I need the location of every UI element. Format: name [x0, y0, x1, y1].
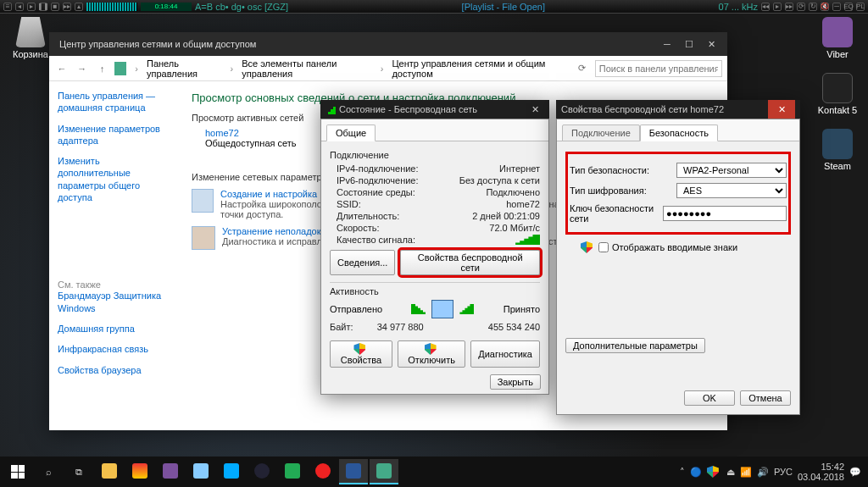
- show-characters-label: Отображать вводимые знаки: [612, 242, 737, 252]
- taskbar-app-controlpanel[interactable]: [370, 459, 398, 484]
- tab-general[interactable]: Общие: [326, 125, 376, 141]
- search-input[interactable]: [595, 60, 722, 77]
- player-next-icon[interactable]: ▸▸: [63, 3, 71, 11]
- sidebar-sharing-link[interactable]: Изменить дополнительные параметры общего…: [58, 155, 168, 203]
- player-btn-c[interactable]: ▸▸: [785, 3, 793, 11]
- viber-icon[interactable]: Viber: [812, 17, 863, 59]
- refresh-button[interactable]: ⟳: [575, 60, 590, 77]
- address-bar: ← → ↑ › Панель управления › Все элементы…: [49, 56, 727, 81]
- wifi-properties-title: Свойства беспроводной сети home72: [561, 104, 724, 114]
- security-type-select[interactable]: WPA2-Personal: [676, 163, 787, 178]
- back-button[interactable]: ←: [54, 60, 70, 77]
- wifi-status-title: Состояние - Беспроводная сеть: [339, 104, 477, 114]
- breadcrumb-icon[interactable]: [114, 62, 126, 75]
- player-btn-a[interactable]: ◂◂: [761, 3, 770, 11]
- tray-language[interactable]: РУС: [774, 467, 793, 477]
- duration-label: Длительность:: [337, 211, 399, 221]
- details-button[interactable]: Сведения...: [330, 250, 395, 275]
- cancel-button[interactable]: Отмена: [740, 390, 791, 406]
- tray-usb-icon[interactable]: ⏏: [726, 467, 735, 478]
- taskbar-app-opera[interactable]: [309, 459, 337, 484]
- taskbar-app-edge[interactable]: [217, 459, 246, 484]
- ssid-label: SSID:: [337, 199, 361, 209]
- player-play-icon[interactable]: ▸: [27, 3, 36, 11]
- forward-button[interactable]: →: [75, 60, 90, 77]
- sidebar-ir-link[interactable]: Инфракрасная связь: [58, 343, 168, 355]
- player-mute-icon[interactable]: 🔇: [821, 3, 829, 11]
- search-taskbar-button[interactable]: ⌕: [34, 459, 63, 484]
- windows-logo-icon: [11, 465, 25, 479]
- taskbar-app-green[interactable]: [278, 459, 307, 484]
- tray-volume-icon[interactable]: 🔊: [757, 467, 769, 478]
- disable-button[interactable]: Отключить: [398, 340, 465, 368]
- player-pause-icon[interactable]: ❚❚: [39, 3, 47, 11]
- tray-notifications-icon[interactable]: 💬: [849, 467, 861, 478]
- player-vol-icon[interactable]: ─: [832, 3, 841, 11]
- breadcrumb-3[interactable]: Центр управления сетями и общим доступом: [392, 58, 565, 79]
- breadcrumb-2[interactable]: Все элементы панели управления: [242, 58, 372, 79]
- up-button[interactable]: ↑: [95, 60, 110, 77]
- minimize-button[interactable]: ─: [656, 36, 678, 53]
- tray-wifi-icon[interactable]: 📶: [740, 467, 752, 478]
- player-right-info: 07 ... kHz: [719, 2, 758, 12]
- player-btn-d[interactable]: ⟳: [797, 3, 805, 11]
- sidebar-home-link[interactable]: Панель управления — домашняя страница: [58, 90, 168, 114]
- player-menu-icon[interactable]: ≡: [3, 3, 12, 11]
- tray-up-icon[interactable]: ˄: [680, 467, 685, 478]
- shield-icon: [353, 343, 365, 355]
- properties-button[interactable]: Свойства: [330, 340, 392, 368]
- security-type-label: Тип безопасности:: [570, 165, 671, 175]
- player-open-icon[interactable]: ▴: [75, 3, 83, 11]
- shield-icon-2: [425, 343, 437, 355]
- encryption-select[interactable]: AES: [676, 183, 787, 198]
- taskbar-app-explorer[interactable]: [95, 459, 124, 484]
- ok-button[interactable]: OK: [684, 390, 735, 406]
- speed-label: Скорость:: [337, 223, 380, 233]
- system-tray: ˄ 🔵 ⏏ 📶 🔊 РУС 15:42 03.04.2018 💬: [680, 462, 865, 482]
- tray-shield-icon[interactable]: [707, 466, 719, 478]
- player-prev-icon[interactable]: ◂: [15, 3, 24, 11]
- steam-icon[interactable]: Steam: [812, 129, 863, 171]
- recycle-bin-icon[interactable]: Корзина: [5, 17, 56, 59]
- taskbar-app-settings[interactable]: [186, 459, 215, 484]
- taskbar-app-browser[interactable]: [125, 459, 154, 484]
- sidebar-firewall-link[interactable]: Брандмауэр Защитника Windows: [58, 290, 168, 314]
- tray-bluetooth-icon[interactable]: 🔵: [690, 467, 702, 478]
- player-pl-icon[interactable]: PL: [856, 3, 865, 11]
- kontakt-icon[interactable]: Kontakt 5: [812, 73, 863, 115]
- advanced-settings-button[interactable]: Дополнительные параметры: [565, 338, 705, 353]
- taskbar-app-darkorb[interactable]: [248, 459, 276, 484]
- wireless-properties-button[interactable]: Свойства беспроводной сети: [400, 250, 540, 275]
- diagnose-button[interactable]: Диагностика: [470, 340, 540, 368]
- show-characters-checkbox[interactable]: [598, 242, 609, 252]
- player-stop-icon[interactable]: ■: [51, 3, 59, 11]
- start-button[interactable]: [3, 459, 32, 484]
- maximize-button[interactable]: ☐: [678, 36, 700, 53]
- task-view-button[interactable]: ⧉: [64, 459, 93, 484]
- tray-clock[interactable]: 15:42 03.04.2018: [798, 462, 844, 482]
- activity-group-label: Активность: [330, 282, 540, 296]
- close-button[interactable]: ✕: [700, 36, 722, 53]
- wifi-properties-titlebar[interactable]: Свойства беспроводной сети home72 ✕: [556, 100, 800, 119]
- sidebar-inet-link[interactable]: Свойства браузера: [58, 364, 168, 376]
- sidebar-adapters-link[interactable]: Изменение параметров адаптера: [58, 123, 168, 147]
- close-dialog-button[interactable]: Закрыть: [490, 374, 541, 390]
- player-eq-icon[interactable]: EQ: [844, 3, 853, 11]
- steam-label: Steam: [824, 161, 851, 171]
- tab-security[interactable]: Безопасность: [640, 125, 718, 141]
- tray-time: 15:42: [798, 462, 844, 472]
- breadcrumb-1[interactable]: Панель управления: [147, 58, 222, 79]
- sidebar-homegroup-link[interactable]: Домашняя группа: [58, 323, 168, 335]
- network-center-titlebar[interactable]: Центр управления сетями и общим доступом…: [49, 32, 727, 56]
- tab-connection[interactable]: Подключение: [562, 125, 640, 141]
- wifi-properties-close-button[interactable]: ✕: [768, 100, 795, 119]
- taskbar-app-viber[interactable]: [156, 459, 185, 484]
- taskbar-app-word[interactable]: [339, 459, 368, 484]
- player-btn-b[interactable]: ▸: [773, 3, 782, 11]
- network-key-input[interactable]: [663, 206, 787, 221]
- media-state-value: Подключено: [486, 187, 540, 197]
- player-btn-e[interactable]: ↻: [809, 3, 817, 11]
- wifi-status-titlebar[interactable]: Состояние - Беспроводная сеть ✕: [320, 100, 549, 119]
- speed-value: 72.0 Мбит/с: [489, 223, 540, 233]
- wifi-status-close-button[interactable]: ✕: [526, 102, 544, 117]
